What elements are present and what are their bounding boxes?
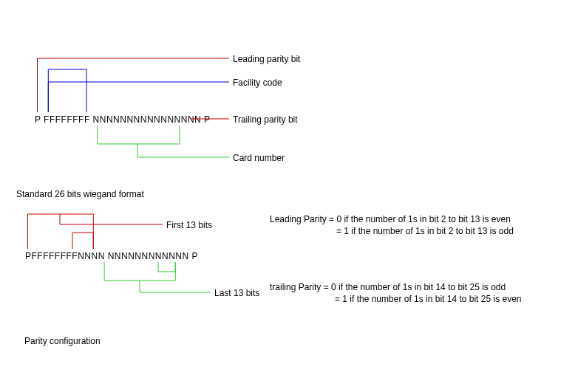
trailing-parity-line2: = 1 if the number of 1s in bit 14 to bit… bbox=[335, 294, 522, 304]
label-trailing-parity: Trailing parity bit bbox=[233, 114, 298, 125]
leading-parity-line2: = 1 if the number of 1s in bit 2 to bit … bbox=[336, 226, 514, 236]
label-facility-code: Facility code bbox=[233, 78, 282, 88]
label-last-13: Last 13 bits bbox=[214, 288, 259, 298]
bottom-bit-string: PFFFFFFFFNNNN NNNNNNNNNNNN P bbox=[25, 251, 198, 261]
label-first-13: First 13 bits bbox=[166, 220, 212, 230]
top-caption: Standard 26 bits wiegand format bbox=[16, 189, 144, 199]
label-card-number: Card number bbox=[233, 153, 285, 163]
top-bit-string: P FFFFFFFF NNNNNNNNNNNNNNNN P bbox=[35, 114, 211, 125]
label-leading-parity: Leading parity bit bbox=[233, 54, 300, 64]
bottom-caption: Parity configuration bbox=[24, 336, 101, 346]
leading-parity-line1: Leading Parity = 0 if the number of 1s i… bbox=[270, 214, 511, 224]
trailing-parity-line1: trailing Parity = 0 if the number of 1s … bbox=[270, 282, 506, 292]
